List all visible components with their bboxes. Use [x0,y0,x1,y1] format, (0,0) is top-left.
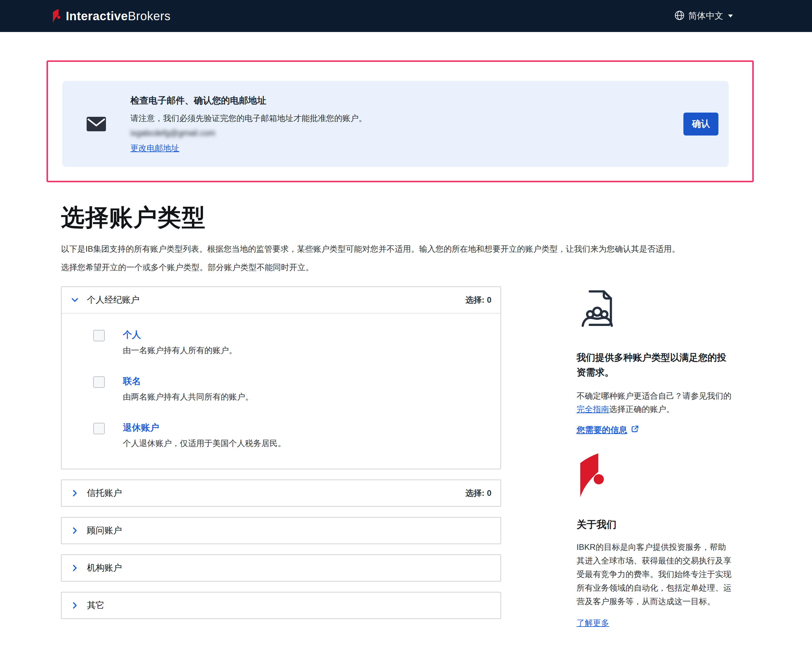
checkbox-retirement[interactable] [93,423,105,434]
main-content: 选择账户类型 以下是IB集团支持的所有账户类型列表。根据您当地的监管要求，某些账… [0,203,812,628]
about-us-heading: 关于我们 [577,518,732,531]
envelope-icon [62,117,130,131]
panel-advisor: 顾问账户 [61,517,501,544]
panel-individual-brokerage: 个人经纪账户 选择:0 个人 由一名账户持有人所有的账户。 联名 [61,286,501,469]
account-type-list: 个人经纪账户 选择:0 个人 由一名账户持有人所有的账户。 联名 [61,286,501,628]
chevron-right-icon [71,526,79,535]
option-title-retirement[interactable]: 退休账户 [123,421,159,433]
option-desc: 个人退休账户，仅适用于美国个人税务居民。 [123,438,286,449]
option-title-joint[interactable]: 联名 [123,375,141,387]
chevron-down-icon [71,296,79,304]
account-option-individual: 个人 由一名账户持有人所有的账户。 [93,329,491,357]
globe-icon [674,10,685,22]
language-label: 简体中文 [688,10,723,22]
intro-paragraph-2: 选择您希望开立的一个或多个账户类型。部分账户类型不能同时开立。 [61,261,737,274]
panel-trust: 信托账户 选择:0 [61,480,501,507]
learn-more-link[interactable]: 了解更多 [577,618,609,628]
sidebar-promo-heading: 我们提供多种账户类型以满足您的投资需求。 [577,350,732,380]
brand-logo[interactable]: InteractiveBrokers [51,9,171,23]
language-selector[interactable]: 简体中文 [674,10,733,22]
panel-title: 个人经纪账户 [87,294,139,306]
intro-paragraph-1: 以下是IB集团支持的所有账户类型列表。根据您当地的监管要求，某些账户类型可能对您… [61,243,737,256]
chevron-right-icon [71,489,79,497]
panel-title: 其它 [87,599,105,611]
panel-title: 顾问账户 [87,524,122,536]
change-email-link[interactable]: 更改电邮地址 [130,144,179,153]
chevron-right-icon [71,601,79,610]
chevron-right-icon [71,564,79,572]
option-desc: 由一名账户持有人所有的账户。 [123,345,237,357]
option-title-individual[interactable]: 个人 [123,329,141,340]
checkbox-individual[interactable] [93,330,105,341]
option-desc: 由两名账户持有人共同所有的账户。 [123,391,253,403]
page-title: 选择账户类型 [61,203,752,232]
email-verification-banner: 检查电子邮件、确认您的电邮地址 请注意，我们必须先验证完您的电子邮箱地址才能批准… [62,81,729,167]
panel-title: 机构账户 [87,562,122,574]
panel-trust-header[interactable]: 信托账户 选择:0 [62,480,501,506]
brand-name: InteractiveBrokers [66,9,171,23]
selected-counter: 选择:0 [465,294,491,305]
account-option-retirement: 退休账户 个人退休账户，仅适用于美国个人税务居民。 [93,421,491,449]
full-guide-link[interactable]: 完全指南 [577,405,609,414]
panel-individual-header[interactable]: 个人经纪账户 选择:0 [62,287,501,313]
chevron-down-icon [728,15,733,17]
external-link-icon [631,425,639,435]
required-info-link[interactable]: 您需要的信息 [577,424,639,436]
banner-message: 请注意，我们必须先验证完您的电子邮箱地址才能批准您的账户。 [130,113,672,124]
about-us-text: IBKR的目标是向客户提供投资服务，帮助其进入全球市场、获得最佳的交易执行及享受… [577,541,732,608]
banner-title: 检查电子邮件、确认您的电邮地址 [130,95,672,107]
panel-title: 信托账户 [87,487,122,499]
ibkr-logo-icon [51,9,62,23]
ibkr-logo-mark [577,453,732,499]
checkbox-joint[interactable] [93,376,105,388]
panel-institution: 机构账户 [61,555,501,582]
top-navbar: InteractiveBrokers 简体中文 [0,0,812,32]
sidebar-promo-text: 不确定哪种账户更适合自己？请参见我们的完全指南选择正确的账户。 [577,390,732,416]
panel-other: 其它 [61,592,501,619]
sidebar: 我们提供多种账户类型以满足您的投资需求。 不确定哪种账户更适合自己？请参见我们的… [577,286,732,628]
highlight-annotation: 检查电子邮件、确认您的电邮地址 请注意，我们必须先验证完您的电子邮箱地址才能批准… [46,60,754,182]
account-types-icon [577,287,732,330]
panel-institution-header[interactable]: 机构账户 [62,555,501,581]
panel-advisor-header[interactable]: 顾问账户 [62,518,501,543]
account-option-joint: 联名 由两名账户持有人共同所有的账户。 [93,375,491,403]
confirm-button[interactable]: 确认 [683,113,719,135]
email-redacted: ixgabcdefg@gmail.com [130,129,672,138]
panel-other-header[interactable]: 其它 [62,592,501,618]
selected-counter: 选择:0 [465,488,491,499]
